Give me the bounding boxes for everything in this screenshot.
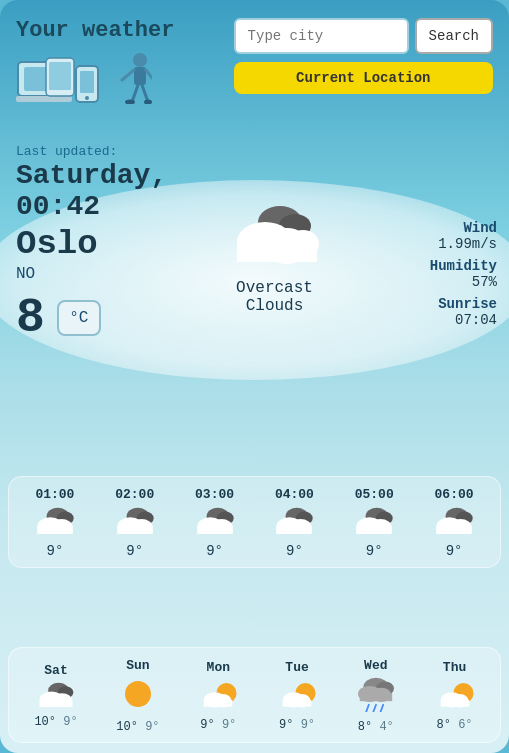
hour-item: 06:00 9° (432, 487, 476, 559)
day-icon (198, 678, 238, 715)
svg-rect-36 (197, 527, 232, 534)
hour-temp: 9° (126, 543, 143, 559)
hour-cloud-icon (33, 506, 77, 539)
hour-cloud-icon (193, 506, 237, 539)
svg-rect-51 (436, 527, 471, 534)
day-icon (277, 678, 317, 715)
wind-label: Wind (430, 220, 497, 236)
hour-cloud-icon (432, 506, 476, 539)
weather-description: Overcast Clouds (225, 279, 325, 315)
svg-rect-41 (277, 527, 312, 534)
svg-rect-7 (49, 62, 71, 90)
svg-rect-26 (37, 527, 72, 534)
day-item: Wed 8° 4° (356, 658, 396, 734)
svg-line-13 (142, 85, 148, 102)
search-input[interactable] (234, 18, 409, 54)
svg-line-71 (366, 705, 369, 712)
temperature: 8 (16, 291, 45, 345)
svg-rect-21 (237, 242, 317, 262)
hour-time: 03:00 (195, 487, 234, 502)
svg-line-72 (373, 705, 376, 712)
day-temps: 10° 9° (116, 720, 159, 734)
hour-cloud-icon (352, 506, 396, 539)
svg-rect-77 (440, 700, 469, 707)
day-name: Thu (443, 660, 466, 675)
svg-rect-56 (40, 700, 73, 707)
svg-point-15 (144, 100, 152, 105)
svg-rect-4 (80, 71, 94, 93)
day-temps: 10° 9° (34, 715, 77, 729)
hour-item: 04:00 9° (272, 487, 316, 559)
hour-item: 01:00 9° (33, 487, 77, 559)
hour-cloud-icon (113, 506, 157, 539)
app-title: Your weather (16, 18, 174, 44)
hour-item: 05:00 9° (352, 487, 396, 559)
svg-rect-46 (356, 527, 391, 534)
hour-time: 01:00 (35, 487, 74, 502)
day-name: Wed (364, 658, 387, 673)
day-item: Mon 9° 9° (198, 660, 238, 732)
day-temps: 8° 6° (437, 718, 473, 732)
hour-item: 03:00 9° (193, 487, 237, 559)
hourly-row: 01:00 9° 02:00 9° 03:00 (15, 487, 494, 559)
center-weather: Overcast Clouds (225, 200, 325, 315)
hour-time: 02:00 (115, 487, 154, 502)
sunrise-value: 07:04 (430, 312, 497, 328)
day-icon (120, 676, 156, 717)
hour-cloud-icon (272, 506, 316, 539)
unit-toggle[interactable]: °C (57, 300, 101, 336)
svg-line-10 (122, 70, 134, 80)
daily-section: Sat 10° 9° Sun 10° 9° Mon 9° 9° Tue (8, 647, 501, 743)
humidity-value: 57% (430, 274, 497, 290)
svg-line-11 (146, 70, 152, 78)
search-row: Search (234, 18, 493, 54)
day-temps: 9° 9° (200, 718, 236, 732)
day-item: Sun 10° 9° (116, 658, 159, 734)
day-item: Tue 9° 9° (277, 660, 317, 732)
svg-line-12 (132, 85, 138, 102)
day-item: Thu 8° 6° (435, 660, 475, 732)
svg-rect-65 (283, 700, 312, 707)
svg-rect-70 (360, 694, 392, 701)
last-updated-label: Last updated: (16, 144, 493, 159)
svg-line-73 (380, 705, 383, 712)
hour-temp: 9° (47, 543, 64, 559)
svg-rect-31 (117, 527, 152, 534)
hour-temp: 9° (286, 543, 303, 559)
day-name: Sat (44, 663, 67, 678)
sunrise-label: Sunrise (430, 296, 497, 312)
device-illustration (16, 56, 106, 104)
svg-point-5 (85, 96, 89, 100)
day-name: Sun (126, 658, 149, 673)
search-button[interactable]: Search (415, 18, 493, 54)
current-location-button[interactable]: Current Location (234, 62, 493, 94)
svg-rect-61 (204, 700, 233, 707)
day-item: Sat 10° 9° (34, 663, 77, 729)
svg-point-8 (133, 53, 147, 67)
hour-time: 05:00 (355, 487, 394, 502)
day-icon (435, 678, 475, 715)
weather-stats: Wind 1.99m/s Humidity 57% Sunrise 07:04 (430, 220, 497, 334)
daily-row: Sat 10° 9° Sun 10° 9° Mon 9° 9° Tue (15, 658, 494, 734)
day-temps: 9° 9° (279, 718, 315, 732)
day-name: Mon (207, 660, 230, 675)
day-name: Tue (285, 660, 308, 675)
hour-temp: 9° (206, 543, 223, 559)
svg-rect-9 (134, 67, 146, 85)
main-cloud-icon (225, 200, 325, 270)
hourly-section: 01:00 9° 02:00 9° 03:00 (8, 476, 501, 568)
day-temps: 8° 4° (358, 720, 394, 734)
search-section: Search Current Location (234, 18, 493, 94)
humidity-label: Humidity (430, 258, 497, 274)
hour-temp: 9° (366, 543, 383, 559)
app-container: Your weather (0, 0, 509, 753)
day-icon (36, 681, 76, 712)
title-illustration: Your weather (16, 18, 174, 104)
header: Your weather (0, 0, 509, 114)
hour-time: 06:00 (435, 487, 474, 502)
hour-time: 04:00 (275, 487, 314, 502)
person-illustration (110, 52, 152, 104)
hour-temp: 9° (446, 543, 463, 559)
day-icon (356, 676, 396, 717)
svg-rect-2 (16, 96, 72, 102)
